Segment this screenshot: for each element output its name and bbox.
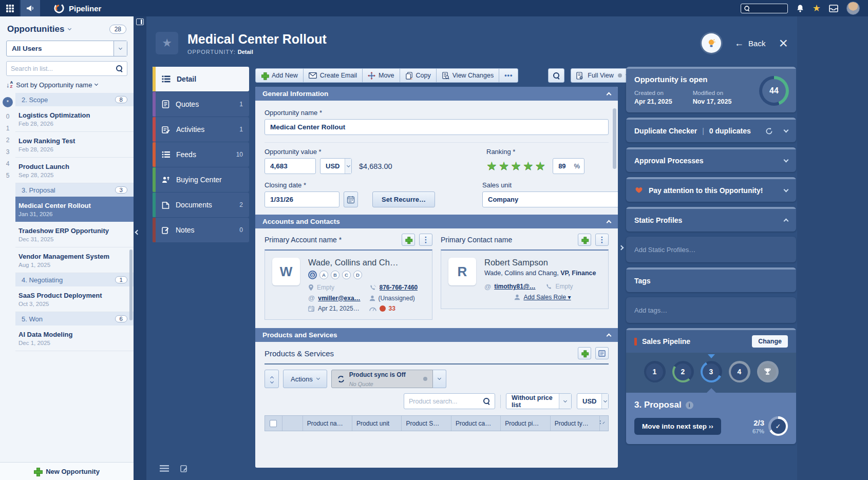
section-general-information[interactable]: General Information xyxy=(255,87,618,101)
more-actions-button[interactable]: ••• xyxy=(499,68,518,83)
star-icon[interactable]: ★ xyxy=(486,160,497,172)
account-email-link[interactable]: vmiller@exa… xyxy=(318,295,360,302)
opportunity-name-input[interactable] xyxy=(265,119,609,135)
chevron-down-icon[interactable] xyxy=(601,394,608,409)
column-header[interactable]: Product ca… xyxy=(451,416,501,431)
section-accounts-contacts[interactable]: Accounts and Contacts xyxy=(255,215,618,228)
user-avatar[interactable] xyxy=(846,2,860,15)
sync-options-button[interactable] xyxy=(433,370,446,388)
attention-card[interactable]: Pay attention to this Opportunity! xyxy=(626,177,796,202)
brand[interactable]: Pipeliner xyxy=(53,3,101,14)
stage-group-header[interactable]: 5. Won 6 xyxy=(15,312,134,325)
info-icon[interactable]: i xyxy=(686,401,693,409)
tab-activities[interactable]: Activities 1 xyxy=(153,117,249,142)
refresh-icon[interactable] xyxy=(765,127,773,135)
list-item[interactable]: SaaS Product Deployment Oct 3, 2025 xyxy=(15,286,134,312)
actions-button[interactable]: Actions xyxy=(283,370,327,388)
currency-select[interactable]: USD xyxy=(320,158,352,174)
chevron-up-icon[interactable] xyxy=(784,219,789,224)
sort-control[interactable]: ↓AZ Sort by Opportunity name xyxy=(6,81,127,89)
back-button[interactable]: ← Back xyxy=(734,38,765,49)
add-new-button[interactable]: Add New xyxy=(255,68,304,83)
list-search[interactable] xyxy=(6,61,127,76)
chevron-down-icon[interactable] xyxy=(784,158,789,163)
new-opportunity-button[interactable]: New Opportunity xyxy=(0,462,134,480)
star-icon[interactable]: ★ xyxy=(523,160,534,172)
global-search[interactable] xyxy=(741,4,788,13)
reorder-button[interactable] xyxy=(265,370,279,388)
step-3-current[interactable]: 3 xyxy=(701,361,722,382)
sales-unit-select[interactable]: Company xyxy=(482,191,618,207)
section-products-services[interactable]: Products and Services xyxy=(255,328,618,342)
app-grid-button[interactable] xyxy=(0,0,20,16)
product-currency-select[interactable]: USD xyxy=(577,393,609,409)
column-header[interactable]: Product unit xyxy=(352,416,402,431)
assistant-button[interactable] xyxy=(702,33,721,53)
list-item[interactable]: Low Ranking Test Feb 28, 2026 xyxy=(15,132,134,158)
chevron-down-icon[interactable] xyxy=(784,187,789,193)
step-2[interactable]: 2 xyxy=(672,361,694,382)
search-record-button[interactable] xyxy=(548,68,564,83)
class-badge[interactable]: A xyxy=(319,271,328,279)
star-icon[interactable]: ★ xyxy=(499,160,510,172)
add-product-button[interactable] xyxy=(578,347,591,359)
list-item[interactable]: Tradeshow ERP Opportunity Dec 31, 2025 xyxy=(15,222,134,247)
sidebar-title[interactable]: Opportunities xyxy=(7,24,64,34)
list-item[interactable]: Product Launch Sep 28, 2025 xyxy=(15,158,134,183)
account-name[interactable]: Wade, Collins and Ch… xyxy=(308,258,425,267)
list-item[interactable]: Vendor Management System Aug 1, 2025 xyxy=(15,247,134,273)
closing-date-input[interactable] xyxy=(265,191,339,207)
account-phone-link[interactable]: 876-766-7460 xyxy=(380,284,418,291)
view-changes-button[interactable]: View Changes xyxy=(436,68,499,83)
column-header[interactable]: Product ty… xyxy=(551,416,600,431)
chevron-down-icon[interactable] xyxy=(784,128,789,133)
price-list-select[interactable]: Without price list xyxy=(506,393,572,409)
product-list-view-button[interactable] xyxy=(595,347,609,359)
copy-button[interactable]: Copy xyxy=(400,68,437,83)
stage-group-header[interactable]: 4. Negotiating 1 xyxy=(15,273,134,286)
tab-documents[interactable]: Documents 2 xyxy=(153,193,249,217)
add-account-button[interactable] xyxy=(402,234,415,246)
chevron-up-icon[interactable] xyxy=(607,92,612,97)
class-badge[interactable]: 0 xyxy=(308,271,317,279)
tab-notes[interactable]: Notes 0 xyxy=(153,218,249,242)
column-header[interactable]: Product S… xyxy=(402,416,451,431)
global-search-input[interactable] xyxy=(753,5,786,11)
opportunity-value-input[interactable] xyxy=(265,158,316,174)
announcements-button[interactable] xyxy=(21,0,40,16)
rail-star-badge[interactable]: * xyxy=(3,97,13,107)
stage-progress-ring[interactable]: ✓ xyxy=(768,416,788,436)
list-item[interactable]: Logistics Optimization Feb 28, 2026 xyxy=(15,106,134,132)
primary-account-card[interactable]: W Wade, Collins and Ch… 0 A B C D xyxy=(265,249,432,320)
product-search[interactable] xyxy=(404,393,495,409)
user-filter-select[interactable]: All Users xyxy=(6,41,127,56)
list-item-selected[interactable]: Medical Center Rollout Jan 31, 2026 xyxy=(15,197,134,222)
account-menu-button[interactable]: ⋮ xyxy=(419,234,432,246)
create-email-button[interactable]: Create Email xyxy=(303,68,363,83)
inbox-tray-icon[interactable] xyxy=(829,5,838,12)
static-profiles-card[interactable]: Static Profiles xyxy=(626,207,796,232)
primary-contact-card[interactable]: R Robert Sampson Wade, Collins and Chang… xyxy=(441,249,609,309)
list-view-icon[interactable] xyxy=(160,465,169,473)
duplicate-checker-card[interactable]: Duplicate Checker | 0 duplicates xyxy=(626,118,796,142)
product-sync-control[interactable]: Product sync is OffNo Quote xyxy=(331,370,433,388)
sidebar-scrollbar[interactable] xyxy=(129,249,133,320)
tab-buying-center[interactable]: Buying Center xyxy=(153,167,249,192)
list-item[interactable]: AI Data Modeling Dec 1, 2025 xyxy=(15,325,134,351)
favorite-star-button[interactable]: ★ xyxy=(156,32,178,54)
class-badge[interactable]: C xyxy=(342,271,351,279)
add-contact-button[interactable] xyxy=(578,234,591,246)
tab-quotes[interactable]: Quotes 1 xyxy=(153,92,249,117)
select-all-checkbox[interactable] xyxy=(270,420,277,427)
step-won[interactable] xyxy=(757,361,779,382)
set-recurrence-button[interactable]: Set Recurre… xyxy=(372,191,435,207)
static-profiles-input[interactable]: Add Static Profiles… xyxy=(626,237,796,262)
class-badge[interactable]: B xyxy=(331,271,339,279)
column-settings-button[interactable] xyxy=(600,416,608,431)
notifications-bell-icon[interactable] xyxy=(796,4,804,13)
star-icon[interactable]: ★ xyxy=(535,160,546,172)
chevron-up-icon[interactable] xyxy=(607,220,612,225)
column-header[interactable]: Product pi… xyxy=(501,416,550,431)
change-pipeline-button[interactable]: Change xyxy=(752,335,788,348)
chevron-up-icon[interactable] xyxy=(607,333,612,338)
